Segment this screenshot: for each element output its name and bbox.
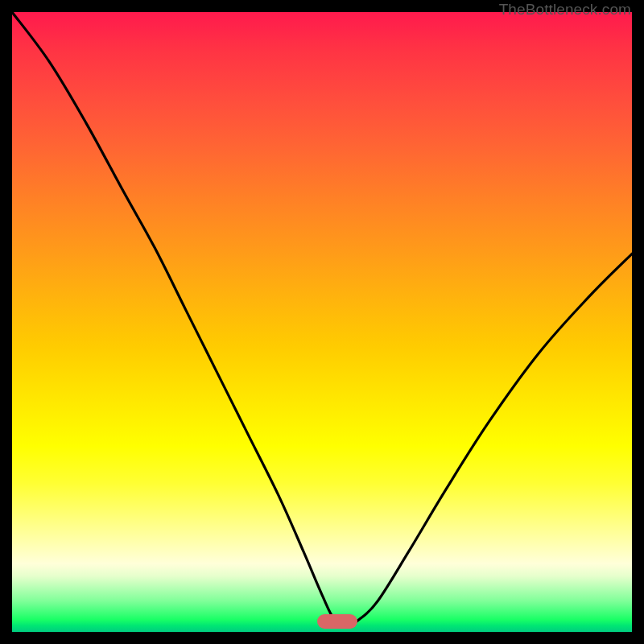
plot-area [12, 12, 632, 632]
attribution-text: TheBottleneck.com [499, 1, 631, 19]
bottleneck-curve [12, 12, 632, 632]
chart-frame: TheBottleneck.com [0, 0, 644, 644]
optimum-marker [317, 614, 357, 629]
